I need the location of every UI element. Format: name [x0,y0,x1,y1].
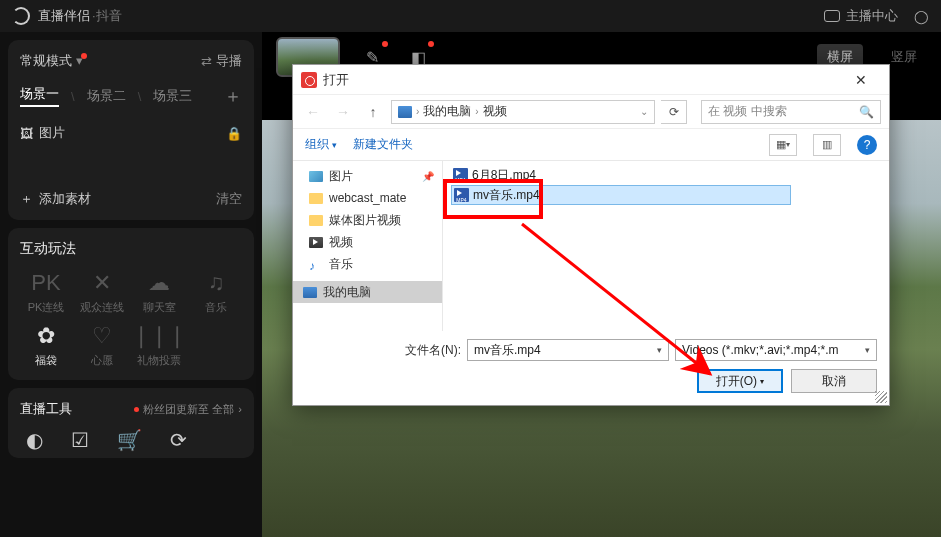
search-placeholder: 在 视频 中搜索 [708,103,787,120]
view-mode-button[interactable]: ▦ ▾ [769,134,797,156]
interact-card: 互动玩法 PKPK连线 ✕观众连线 ☁聊天室 ♫音乐 ✿福袋 ♡心愿 ❘❘❘礼物… [8,228,254,380]
pc-icon [398,106,412,118]
dialog-nav: ← → ↑ › 我的电脑 › 视频 ⌄ ⟳ 在 视频 中搜索 🔍 [293,95,889,129]
file-list[interactable]: 6月8日.mp4 mv音乐.mp4 [443,161,889,331]
new-folder-button[interactable]: 新建文件夹 [353,136,413,153]
heart-icon: ♡ [76,323,128,349]
bag-icon: ✿ [20,323,72,349]
mode-selector[interactable]: 常规模式▾ [20,52,89,70]
add-scene-button[interactable]: ＋ [224,84,242,108]
mp4-icon [453,168,468,182]
interact-chatroom[interactable]: ☁聊天室 [132,270,186,315]
lock-icon[interactable]: 🔒 [226,126,242,141]
music-icon: ♫ [190,270,242,296]
tool-icon-4[interactable]: ⟳ [170,428,187,452]
resize-grip[interactable] [875,391,887,403]
link-icon: ✕ [76,270,128,296]
add-material-label: 添加素材 [39,190,91,208]
file-name: mv音乐.mp4 [473,187,540,204]
notification-dot-icon [382,41,388,47]
crumb-folder[interactable]: 视频 [483,103,507,120]
pc-icon [303,287,317,298]
help-button[interactable]: ? [857,135,877,155]
refresh-button[interactable]: ⟳ [661,100,687,124]
open-button[interactable]: 打开(O) ▾ [697,369,783,393]
chevron-down-icon[interactable]: ▾ [865,345,870,355]
interact-music[interactable]: ♫音乐 [190,270,242,315]
organize-menu[interactable]: 组织 ▾ [305,136,337,153]
scene-card: 常规模式▾ 导播 场景一 \ 场景二 \ 场景三 ＋ 🖼 图片 🔒 ＋ 添加素材 [8,40,254,220]
cancel-button[interactable]: 取消 [791,369,877,393]
tree-node-media[interactable]: 媒体图片视频 [293,209,442,231]
left-panel: 常规模式▾ 导播 场景一 \ 场景二 \ 场景三 ＋ 🖼 图片 🔒 ＋ 添加素材 [0,32,262,537]
tools-title: 直播工具 [20,400,72,418]
app-name: 直播伴侣 [38,7,90,25]
tree-node-pictures[interactable]: 图片📌 [293,165,442,187]
host-center-button[interactable]: 主播中心 [824,7,898,25]
clear-button[interactable]: 清空 [216,190,242,208]
image-layer[interactable]: 🖼 图片 [20,124,65,142]
interact-title: 互动玩法 [20,240,242,258]
file-name: 6月8日.mp4 [472,167,536,184]
dialog-toolbar: 组织 ▾ 新建文件夹 ▦ ▾ ▥ ? [293,129,889,161]
plus-icon: ＋ [20,190,33,208]
close-button[interactable]: ✕ [841,72,881,88]
tools-update-link[interactable]: 粉丝团更新至 全部 › [134,402,242,417]
file-open-dialog: 打开 ✕ ← → ↑ › 我的电脑 › 视频 ⌄ ⟳ 在 视频 中搜索 🔍 组织… [292,64,890,406]
mp4-icon [454,188,469,202]
pictures-icon [309,171,323,182]
nav-forward-button[interactable]: → [331,100,355,124]
scene-tab-3[interactable]: 场景三 [153,87,192,105]
search-icon: 🔍 [859,105,874,119]
tool-icon-2[interactable]: ☑ [71,428,89,452]
filename-label: 文件名(N): [405,342,461,359]
crumb-pc[interactable]: 我的电脑 [423,103,471,120]
chevron-down-icon[interactable]: ⌄ [640,106,648,117]
add-material-button[interactable]: ＋ 添加素材 [20,190,91,208]
monitor-icon [824,10,840,22]
filename-input[interactable]: mv音乐.mp4 ▾ [467,339,669,361]
chevron-right-icon: › [238,403,242,415]
file-row-selected[interactable]: mv音乐.mp4 [451,185,791,205]
file-row[interactable]: 6月8日.mp4 [451,165,791,185]
guide-label: 导播 [216,52,242,70]
search-input[interactable]: 在 视频 中搜索 🔍 [701,100,881,124]
poll-icon: ❘❘❘ [132,323,186,349]
notification-dot-icon [134,407,139,412]
tools-card: 直播工具 粉丝团更新至 全部 › ◐ ☑ 🛒 ⟳ [8,388,254,458]
dialog-title: 打开 [323,71,841,89]
tool-icon-3[interactable]: 🛒 [117,428,142,452]
interact-audience[interactable]: ✕观众连线 [76,270,128,315]
videos-icon [309,237,323,248]
dialog-footer: 文件名(N): mv音乐.mp4 ▾ Videos (*.mkv;*.avi;*… [293,331,889,405]
folder-icon [309,215,323,226]
tree-node-webcast[interactable]: webcast_mate [293,187,442,209]
interact-wish[interactable]: ♡心愿 [76,323,128,368]
app-topbar: 直播伴侣 ·抖音 主播中心 ◯ [0,0,941,32]
preview-pane-button[interactable]: ▥ [813,134,841,156]
app-logo-icon [12,7,30,25]
nav-up-button[interactable]: ↑ [361,100,385,124]
dialog-titlebar: 打开 ✕ [293,65,889,95]
guide-button[interactable]: 导播 [201,52,242,70]
scene-tab-2[interactable]: 场景二 [87,87,126,105]
tree-node-mypc[interactable]: 我的电脑 [293,281,442,303]
nav-back-button[interactable]: ← [301,100,325,124]
tree-node-videos[interactable]: 视频 [293,231,442,253]
scene-tab-1[interactable]: 场景一 [20,85,59,107]
tool-icon-1[interactable]: ◐ [26,428,43,452]
interact-pk[interactable]: PKPK连线 [20,270,72,315]
mode-label: 常规模式 [20,53,72,68]
chevron-down-icon[interactable]: ▾ [657,345,662,355]
filetype-select[interactable]: Videos (*.mkv;*.avi;*.mp4;*.m ▾ [675,339,877,361]
image-label: 图片 [39,124,65,142]
app-subname: ·抖音 [92,7,122,25]
image-icon: 🖼 [20,126,33,141]
tree-node-music[interactable]: ♪音乐 [293,253,442,275]
pk-icon: PK [20,270,72,296]
interact-luckybag[interactable]: ✿福袋 [20,323,72,368]
breadcrumb[interactable]: › 我的电脑 › 视频 ⌄ [391,100,655,124]
scene-tabs: 场景一 \ 场景二 \ 场景三 ＋ [20,84,242,108]
interact-giftvote[interactable]: ❘❘❘礼物投票 [132,323,186,368]
headset-icon[interactable]: ◯ [914,9,929,24]
